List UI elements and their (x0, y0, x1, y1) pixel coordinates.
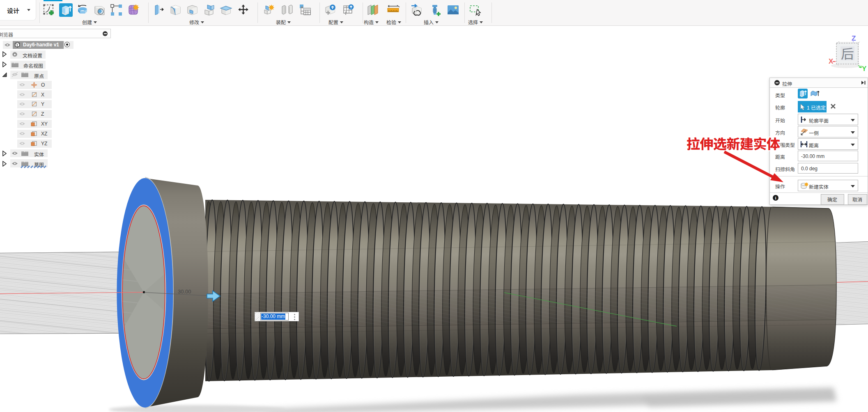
svg-text:30.00: 30.00 (178, 288, 191, 295)
svg-text:后: 后 (841, 43, 854, 62)
svg-text:Y: Y (862, 65, 867, 73)
svg-text:Z: Z (852, 34, 856, 42)
